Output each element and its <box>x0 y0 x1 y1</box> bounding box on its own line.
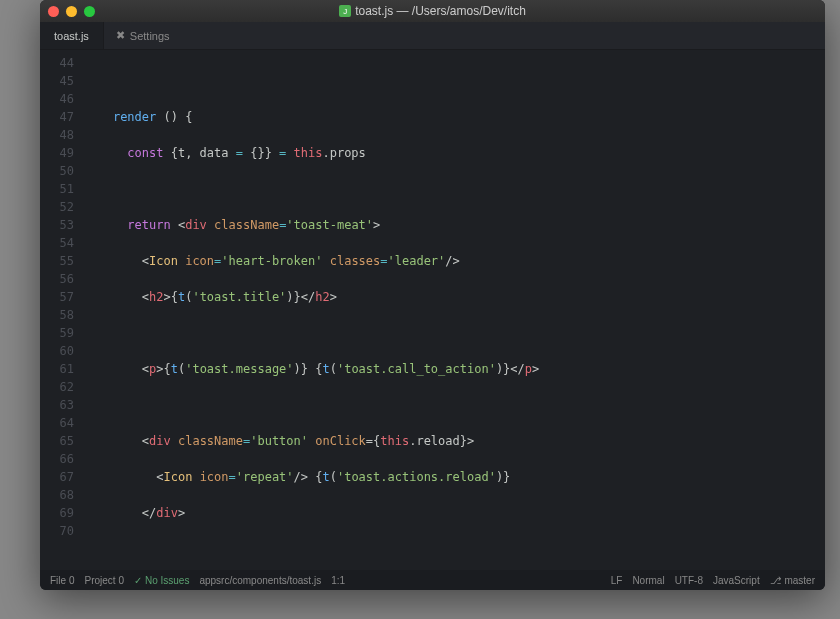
settings-label: Settings <box>130 30 170 42</box>
line-number: 52 <box>40 198 74 216</box>
tab-bar: toast.js ✖ Settings <box>40 22 825 50</box>
tab-settings[interactable]: ✖ Settings <box>104 22 182 49</box>
status-path[interactable]: appsrc/components/toast.js <box>199 575 321 586</box>
code-line <box>84 396 825 414</box>
line-number: 46 <box>40 90 74 108</box>
code-line: render () { <box>84 108 825 126</box>
status-bar: File 0 Project 0 ✓No Issues appsrc/compo… <box>40 570 825 590</box>
titlebar[interactable]: J toast.js — /Users/amos/Dev/itch <box>40 0 825 22</box>
close-icon[interactable] <box>48 6 59 17</box>
line-number: 69 <box>40 504 74 522</box>
line-number: 56 <box>40 270 74 288</box>
code-line: <h2>{t('toast.title')}</h2> <box>84 288 825 306</box>
code-content[interactable]: render () { const {t, data = {}} = this.… <box>84 50 825 570</box>
code-line: <Icon icon='repeat'/> {t('toast.actions.… <box>84 468 825 486</box>
line-number: 67 <box>40 468 74 486</box>
status-issues[interactable]: ✓No Issues <box>134 575 189 586</box>
line-number: 51 <box>40 180 74 198</box>
line-number: 64 <box>40 414 74 432</box>
wrench-icon: ✖ <box>116 29 125 42</box>
editor-window: J toast.js — /Users/amos/Dev/itch toast.… <box>40 0 825 590</box>
line-number: 66 <box>40 450 74 468</box>
status-language[interactable]: JavaScript <box>713 575 760 586</box>
code-line: const {t, data = {}} = this.props <box>84 144 825 162</box>
line-number: 59 <box>40 324 74 342</box>
line-number: 62 <box>40 378 74 396</box>
git-branch-icon: ⎇ <box>770 575 782 586</box>
line-number: 49 <box>40 144 74 162</box>
line-number: 44 <box>40 54 74 72</box>
line-number: 45 <box>40 72 74 90</box>
status-encoding[interactable]: UTF-8 <box>675 575 703 586</box>
js-file-icon: J <box>339 5 351 17</box>
line-number: 48 <box>40 126 74 144</box>
status-cursor-pos[interactable]: 1:1 <box>331 575 345 586</box>
tab-toast-js[interactable]: toast.js <box>40 22 104 49</box>
line-number: 54 <box>40 234 74 252</box>
line-number: 58 <box>40 306 74 324</box>
code-line: </div> <box>84 504 825 522</box>
line-gutter: 44 45 46 47 48 49 50 51 52 53 54 55 56 5… <box>40 50 84 570</box>
line-number: 47 <box>40 108 74 126</box>
code-line: <Icon icon='heart-broken' classes='leade… <box>84 252 825 270</box>
line-number: 61 <box>40 360 74 378</box>
line-number: 60 <box>40 342 74 360</box>
maximize-icon[interactable] <box>84 6 95 17</box>
status-branch[interactable]: ⎇ master <box>770 575 815 586</box>
line-number: 50 <box>40 162 74 180</box>
check-icon: ✓ <box>134 575 142 586</box>
line-number: 57 <box>40 288 74 306</box>
status-file[interactable]: File 0 <box>50 575 74 586</box>
code-line <box>84 540 825 558</box>
window-title: J toast.js — /Users/amos/Dev/itch <box>40 4 825 18</box>
title-text: toast.js — /Users/amos/Dev/itch <box>355 4 526 18</box>
line-number: 63 <box>40 396 74 414</box>
line-number: 68 <box>40 486 74 504</box>
code-line <box>84 180 825 198</box>
code-line <box>84 72 825 90</box>
code-line: <div className='button' onClick={this.re… <box>84 432 825 450</box>
status-line-ending[interactable]: LF <box>611 575 623 586</box>
status-project[interactable]: Project 0 <box>84 575 123 586</box>
status-mode[interactable]: Normal <box>632 575 664 586</box>
line-number: 65 <box>40 432 74 450</box>
line-number: 55 <box>40 252 74 270</box>
code-line <box>84 324 825 342</box>
code-line: return <div className='toast-meat'> <box>84 216 825 234</box>
code-line: <p>{t('toast.message')} {t('toast.call_t… <box>84 360 825 378</box>
tab-label: toast.js <box>54 30 89 42</box>
minimize-icon[interactable] <box>66 6 77 17</box>
line-number: 53 <box>40 216 74 234</box>
window-controls <box>48 6 95 17</box>
line-number: 70 <box>40 522 74 540</box>
editor-area[interactable]: 44 45 46 47 48 49 50 51 52 53 54 55 56 5… <box>40 50 825 570</box>
